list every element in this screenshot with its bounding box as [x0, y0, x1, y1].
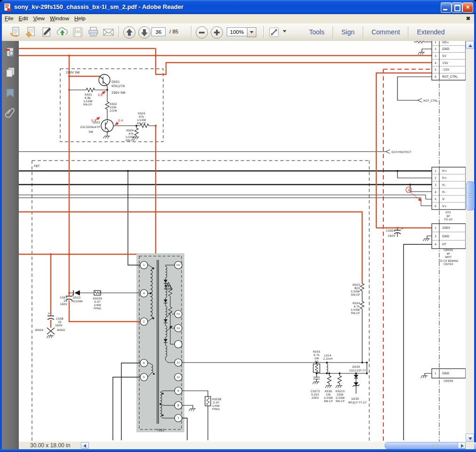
adobe-reader-window: { "window": { "title": "sony_kv-29fs150_… [0, 0, 476, 452]
svg-text:RN-CP: RN-CP [351, 311, 360, 315]
svg-text:200V SW: 200V SW [66, 71, 80, 74]
menu-help[interactable]: Help [74, 16, 86, 21]
comment-button[interactable]: Comment [364, 24, 408, 41]
menu-edit[interactable]: Edit [19, 16, 28, 21]
extended-button[interactable]: Extended [409, 24, 452, 41]
menu-view[interactable]: View [33, 16, 45, 21]
page-number-input[interactable] [151, 27, 166, 36]
svg-text:4: 4 [435, 190, 436, 194]
svg-text:R504: R504 [126, 129, 134, 132]
svg-text:VD+: VD+ [442, 41, 449, 44]
svg-text:160V: 160V [55, 323, 63, 327]
toolbar-separator [263, 26, 264, 38]
schematic-page: 1VD+2GND35V415V5-15V6ROT_CTRL1H+2H+3H-4H… [19, 41, 466, 442]
navigation-sidebar [2, 41, 19, 449]
svg-text:R5039: R5039 [93, 297, 102, 300]
bookmarks-panel-icon[interactable] [5, 88, 16, 99]
svg-text:RN-CP: RN-CP [83, 103, 92, 106]
svg-text:-15V: -15V [442, 68, 450, 72]
close-button[interactable]: ✕ [462, 2, 473, 13]
open-file-icon[interactable] [9, 26, 21, 38]
title-bar[interactable]: sony_kv-29fs150_chassis_bx-1l_sm_2.pdf -… [0, 0, 476, 14]
page-thumbnails-icon[interactable] [5, 47, 16, 58]
svg-text:W504: W504 [35, 328, 44, 331]
scroll-up-button[interactable] [466, 41, 474, 49]
email-icon[interactable] [103, 26, 114, 38]
svg-text:L514: L514 [325, 354, 332, 357]
svg-text:160V: 160V [60, 302, 67, 306]
svg-text:H-: H- [442, 183, 446, 187]
sign-button[interactable]: Sign [333, 24, 363, 41]
svg-text:GND: GND [442, 234, 449, 238]
svg-text:9: 9 [177, 389, 179, 392]
pages-panel-icon[interactable] [5, 67, 16, 78]
svg-text:T503: T503 [156, 428, 164, 432]
menu-window[interactable]: Window [50, 16, 69, 21]
toolbar-separator [119, 26, 119, 38]
svg-text:0.47: 0.47 [213, 401, 220, 404]
toolbar-panels: ToolsSignCommentExtended [301, 24, 453, 41]
zoom-in-button[interactable] [211, 26, 223, 39]
svg-text:1/10W: 1/10W [126, 135, 135, 138]
fill-sign-icon[interactable] [41, 26, 53, 38]
toolbar: / 85 100% ToolsSignCommentExtended [2, 24, 474, 41]
print-icon[interactable] [87, 26, 99, 38]
svg-text:D529: D529 [352, 365, 360, 368]
create-pdf-icon[interactable] [25, 26, 37, 38]
svg-text:6: 6 [408, 188, 410, 192]
svg-text:KTA1279: KTA1279 [111, 84, 125, 88]
scroll-down-button[interactable] [466, 434, 474, 442]
minimize-button[interactable] [441, 2, 452, 13]
junction-dots [50, 55, 411, 416]
tools-button[interactable]: Tools [301, 24, 333, 41]
connector-tables: 1VD+2GND35V415V5-15V6ROT_CTRL1H+2H+3H-4H… [432, 41, 466, 382]
zoom-out-button[interactable] [196, 26, 208, 39]
fit-window-icon[interactable] [268, 26, 280, 38]
ocp-boundary-box [383, 69, 466, 442]
svg-text:C5073: C5073 [310, 389, 320, 393]
svg-text:PG104R: PG104R [71, 299, 83, 303]
close-document-icon[interactable]: ✖ [466, 16, 470, 22]
svg-text:R5015: R5015 [335, 389, 345, 393]
scroll-right-button[interactable] [458, 442, 466, 449]
vertical-scrollbar[interactable] [466, 41, 474, 442]
page-count-label: / 85 [169, 29, 178, 34]
svg-text:FPRD: FPRD [212, 407, 220, 411]
chevron-down-icon [250, 31, 254, 35]
send-cloud-icon[interactable] [56, 26, 68, 38]
svg-text:10: 10 [177, 376, 180, 379]
svg-text:1W: 1W [314, 356, 319, 360]
menu-file[interactable]: File [5, 16, 14, 21]
pdf-app-icon [4, 3, 12, 11]
svg-text:220k: 220k [110, 105, 117, 109]
svg-text:D523: D523 [73, 296, 80, 299]
svg-text:6: 6 [435, 204, 436, 208]
menu-bar: FileEditViewWindowHelp ✖ [2, 14, 474, 24]
zoom-dropdown-button[interactable] [247, 27, 256, 37]
vertical-scroll-thumb[interactable] [466, 181, 475, 210]
attachments-panel-icon[interactable] [5, 107, 16, 118]
svg-text:100k: 100k [337, 393, 344, 396]
svg-text:FV: FV [177, 313, 180, 315]
svg-text:1: 1 [435, 226, 436, 229]
maximize-button[interactable] [452, 2, 462, 13]
svg-text:H+: H+ [442, 169, 447, 173]
document-size-label: 30.00 x 18.00 in [30, 442, 70, 449]
save-icon[interactable] [72, 26, 84, 38]
svg-text:CN703: CN703 [444, 262, 453, 266]
svg-text:GND: GND [442, 47, 449, 51]
scroll-left-button[interactable] [81, 442, 89, 449]
svg-text:2: 2 [435, 176, 436, 179]
svg-text:6.8k: 6.8k [85, 96, 91, 99]
previous-page-button[interactable] [123, 26, 135, 39]
next-page-button[interactable] [138, 26, 151, 39]
svg-text:H-: H- [442, 190, 446, 194]
svg-text:6P: 6P [446, 214, 450, 218]
horizontal-scrollbar[interactable] [89, 442, 466, 449]
svg-text:RN-CP: RN-CP [351, 293, 360, 296]
zoom-level-value[interactable]: 100% [227, 27, 247, 36]
document-canvas[interactable]: 1VD+2GND35V415V5-15V6ROT_CTRL1H+2H+3H-4H… [19, 41, 466, 442]
window-title: sony_kv-29fs150_chassis_bx-1l_sm_2.pdf -… [14, 3, 183, 10]
window-border-bottom [0, 449, 476, 452]
svg-text:DY1: DY1 [445, 210, 451, 214]
